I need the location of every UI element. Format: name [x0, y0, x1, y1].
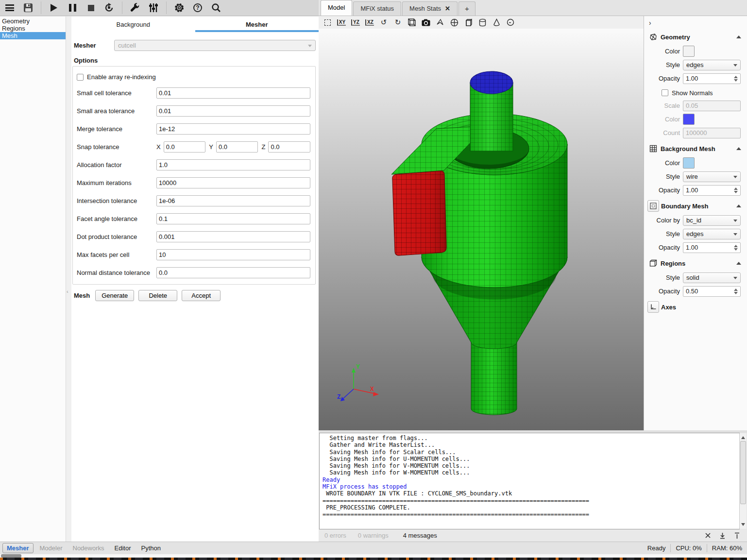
boundary-mesh-section-header[interactable]: Boundary Mesh [644, 200, 747, 212]
geometry-style-select[interactable]: edges [683, 60, 741, 70]
splitter-collapse-icon[interactable]: ‹ [67, 288, 68, 294]
console-scrollbar[interactable] [739, 433, 747, 529]
small-cell-tolerance-input[interactable] [156, 87, 310, 99]
run-icon[interactable] [48, 2, 60, 14]
show-normals-checkbox[interactable] [662, 89, 668, 96]
boundary-mesh-style-select[interactable]: edges [683, 229, 741, 239]
background-mesh-section-header[interactable]: Background Mesh [644, 142, 747, 155]
tab-background[interactable]: Background [71, 18, 195, 32]
snap-y-input[interactable] [216, 141, 258, 153]
gear-icon[interactable] [173, 2, 185, 14]
search-icon[interactable] [210, 2, 222, 14]
nav-item-geometry[interactable]: Geometry [0, 17, 66, 25]
regions-opacity-spinbox[interactable]: 0.50 [683, 286, 741, 297]
scroll-up-icon[interactable] [741, 436, 745, 439]
geometry-color-swatch[interactable] [683, 46, 695, 57]
save-icon[interactable] [22, 2, 34, 14]
normal-distance-tolerance-input[interactable] [156, 267, 310, 278]
collapse-caret-icon[interactable] [736, 204, 741, 207]
collapse-caret-icon[interactable] [736, 35, 741, 38]
enable-reindex-checkbox[interactable] [77, 74, 84, 81]
boundary-mesh-icon[interactable] [647, 200, 659, 212]
panel-collapse-icon[interactable]: › [649, 19, 658, 27]
scrollbar-handle[interactable] [1, 554, 21, 558]
fit-view-icon[interactable] [323, 17, 332, 27]
sidebar-splitter[interactable]: ‹ [66, 17, 71, 542]
axes-icon[interactable] [647, 301, 659, 313]
new-tab-button[interactable]: + [458, 1, 475, 16]
background-mesh-style-select[interactable]: wire [683, 171, 741, 182]
mode-python[interactable]: Python [137, 543, 165, 553]
nav-item-mesh[interactable]: Mesh [0, 32, 66, 39]
maximum-iterations-input[interactable] [156, 177, 310, 188]
help-icon[interactable]: ? [192, 2, 204, 14]
disc-toggle-icon[interactable] [506, 17, 515, 27]
scroll-to-top-icon[interactable] [731, 531, 742, 540]
dot-product-tolerance-input[interactable] [156, 231, 310, 242]
errors-count[interactable]: 0 errors [324, 532, 346, 539]
facet-angle-tolerance-input[interactable] [156, 213, 310, 224]
perspective-cube-icon[interactable] [407, 17, 417, 27]
merge-tolerance-input[interactable] [156, 123, 310, 135]
allocation-factor-input[interactable] [156, 159, 310, 170]
bottom-scrollbar[interactable] [0, 554, 747, 558]
close-tab-icon[interactable]: ✕ [445, 5, 450, 12]
box-toggle-icon[interactable] [463, 17, 473, 27]
generate-button[interactable]: Generate [95, 290, 134, 301]
regions-style-select[interactable]: solid [683, 272, 741, 283]
mode-nodeworks[interactable]: Nodeworks [69, 543, 108, 553]
small-area-tolerance-input[interactable] [156, 105, 310, 117]
accept-button[interactable]: Accept [182, 290, 221, 301]
sphere-toggle-icon[interactable] [449, 17, 459, 27]
settings-sliders-icon[interactable] [148, 2, 159, 14]
background-mesh-opacity-spinbox[interactable]: 1.00 [683, 185, 741, 196]
collapse-caret-icon[interactable] [736, 262, 741, 265]
menu-icon[interactable] [4, 2, 16, 14]
screenshot-camera-icon[interactable] [421, 17, 431, 27]
scrollbar-handle[interactable] [740, 441, 746, 504]
mode-modeler[interactable]: Modeler [36, 543, 67, 553]
warnings-count[interactable]: 0 warnings [358, 532, 389, 539]
tab-mesher[interactable]: Mesher [195, 18, 319, 32]
nav-item-regions[interactable]: Regions [0, 25, 66, 32]
console-output[interactable]: Setting master from flags... Gather and … [319, 433, 740, 529]
view-yz-icon[interactable]: YZ [351, 17, 360, 27]
scroll-to-bottom-icon[interactable] [717, 531, 728, 540]
normals-color-swatch[interactable] [683, 114, 695, 125]
geometry-section-header[interactable]: Geometry [644, 31, 747, 43]
axes-section-header[interactable]: Axes [644, 301, 747, 313]
messages-count[interactable]: 4 messages [403, 532, 437, 539]
rotate-cw-icon[interactable]: ↻ [393, 17, 403, 27]
intersection-tolerance-input[interactable] [156, 195, 310, 206]
snap-z-input[interactable] [268, 141, 310, 153]
boundary-mesh-opacity-spinbox[interactable]: 1.00 [683, 242, 741, 253]
tab-mesh-stats[interactable]: Mesh Stats✕ [402, 1, 458, 16]
geometry-opacity-spinbox[interactable]: 1.00 [683, 73, 741, 84]
mesher-select[interactable]: cutcell [114, 40, 316, 51]
background-mesh-color-swatch[interactable] [683, 157, 695, 169]
collapse-caret-icon[interactable] [736, 147, 741, 150]
stop-icon[interactable] [85, 2, 97, 14]
tab-model[interactable]: Model [321, 0, 352, 16]
pause-icon[interactable] [67, 2, 78, 14]
view-xz-icon[interactable]: XZ [365, 17, 374, 27]
normals-count-input[interactable]: 100000 [683, 128, 741, 138]
delete-button[interactable]: Delete [138, 290, 177, 301]
tab-mfix-status[interactable]: MFiX status [353, 1, 401, 16]
mode-editor[interactable]: Editor [111, 543, 135, 553]
scroll-down-icon[interactable] [741, 523, 745, 526]
regions-section-header[interactable]: Regions [644, 257, 747, 270]
boundary-mesh-color-by-select[interactable]: bc_id [683, 215, 741, 226]
cone-toggle-icon[interactable] [492, 17, 501, 27]
build-wrench-icon[interactable] [129, 2, 141, 14]
vtk-3d-viewport[interactable]: Y X Z [319, 29, 644, 430]
clear-console-icon[interactable] [702, 531, 713, 540]
reset-icon[interactable] [103, 2, 115, 14]
max-facets-per-cell-input[interactable] [156, 249, 310, 260]
cylinder-toggle-icon[interactable] [477, 17, 487, 27]
geometry-toggle-icon[interactable] [435, 17, 445, 27]
normals-scale-input[interactable]: 0.05 [683, 101, 741, 111]
mode-mesher[interactable]: Mesher [2, 543, 34, 553]
snap-x-input[interactable] [164, 141, 206, 153]
rotate-ccw-icon[interactable]: ↺ [379, 17, 389, 27]
